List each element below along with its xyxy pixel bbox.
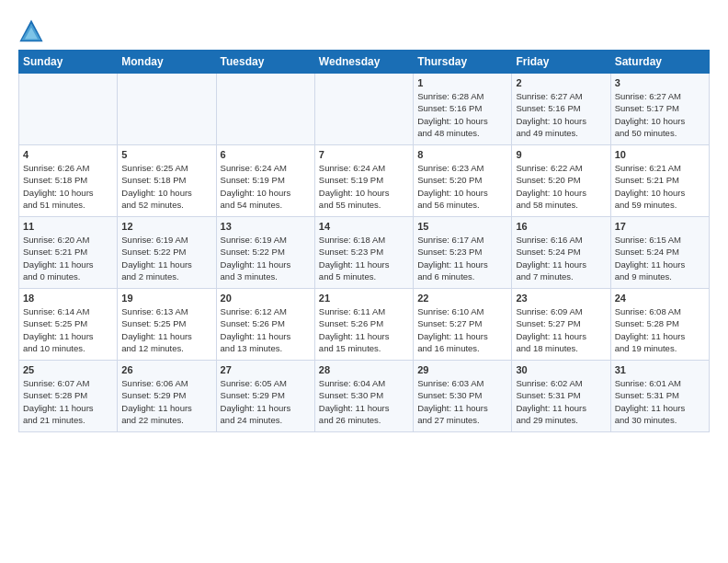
- day-cell: 23Sunrise: 6:09 AM Sunset: 5:27 PM Dayli…: [512, 289, 610, 361]
- day-number: 18: [23, 293, 113, 304]
- day-number: 4: [23, 149, 113, 160]
- day-cell: [216, 74, 314, 145]
- day-cell: 6Sunrise: 6:24 AM Sunset: 5:19 PM Daylig…: [216, 145, 314, 217]
- day-number: 7: [319, 149, 409, 160]
- day-number: 20: [221, 293, 311, 304]
- day-cell: [19, 74, 118, 145]
- day-info: Sunrise: 6:17 AM Sunset: 5:23 PM Dayligh…: [417, 234, 507, 282]
- day-cell: 27Sunrise: 6:05 AM Sunset: 5:29 PM Dayli…: [216, 361, 314, 432]
- week-row-3: 11Sunrise: 6:20 AM Sunset: 5:21 PM Dayli…: [19, 217, 710, 289]
- day-cell: 2Sunrise: 6:27 AM Sunset: 5:16 PM Daylig…: [512, 74, 610, 145]
- day-number: 12: [121, 221, 211, 232]
- week-row-1: 1Sunrise: 6:28 AM Sunset: 5:16 PM Daylig…: [19, 74, 710, 145]
- col-header-sunday: Sunday: [19, 51, 118, 74]
- col-header-saturday: Saturday: [610, 51, 709, 74]
- day-info: Sunrise: 6:06 AM Sunset: 5:29 PM Dayligh…: [121, 377, 211, 426]
- day-info: Sunrise: 6:13 AM Sunset: 5:25 PM Dayligh…: [121, 305, 211, 354]
- day-number: 10: [615, 149, 705, 160]
- day-cell: 25Sunrise: 6:07 AM Sunset: 5:28 PM Dayli…: [19, 361, 118, 432]
- day-info: Sunrise: 6:14 AM Sunset: 5:25 PM Dayligh…: [23, 305, 113, 354]
- logo: [18, 18, 48, 44]
- day-cell: 20Sunrise: 6:12 AM Sunset: 5:26 PM Dayli…: [216, 289, 314, 361]
- day-cell: 1Sunrise: 6:28 AM Sunset: 5:16 PM Daylig…: [414, 74, 512, 145]
- day-cell: 15Sunrise: 6:17 AM Sunset: 5:23 PM Dayli…: [414, 217, 512, 289]
- day-cell: 5Sunrise: 6:25 AM Sunset: 5:18 PM Daylig…: [118, 145, 216, 217]
- day-number: 27: [221, 364, 311, 375]
- logo-icon: [18, 18, 44, 44]
- day-number: 24: [615, 293, 705, 304]
- day-cell: [118, 74, 216, 145]
- day-cell: 3Sunrise: 6:27 AM Sunset: 5:17 PM Daylig…: [610, 74, 709, 145]
- day-number: 13: [221, 221, 311, 232]
- day-info: Sunrise: 6:04 AM Sunset: 5:30 PM Dayligh…: [319, 377, 409, 426]
- calendar-table: SundayMondayTuesdayWednesdayThursdayFrid…: [18, 50, 710, 432]
- day-cell: 8Sunrise: 6:23 AM Sunset: 5:20 PM Daylig…: [414, 145, 512, 217]
- day-number: 3: [615, 77, 705, 88]
- day-cell: 4Sunrise: 6:26 AM Sunset: 5:18 PM Daylig…: [19, 145, 118, 217]
- day-info: Sunrise: 6:22 AM Sunset: 5:20 PM Dayligh…: [516, 162, 606, 211]
- day-cell: 29Sunrise: 6:03 AM Sunset: 5:30 PM Dayli…: [414, 361, 512, 432]
- day-number: 5: [121, 149, 211, 160]
- calendar-header: SundayMondayTuesdayWednesdayThursdayFrid…: [19, 51, 710, 74]
- week-row-4: 18Sunrise: 6:14 AM Sunset: 5:25 PM Dayli…: [19, 289, 710, 361]
- day-number: 31: [615, 364, 705, 375]
- day-number: 25: [23, 364, 113, 375]
- day-cell: 14Sunrise: 6:18 AM Sunset: 5:23 PM Dayli…: [314, 217, 413, 289]
- day-info: Sunrise: 6:21 AM Sunset: 5:21 PM Dayligh…: [615, 162, 705, 211]
- day-info: Sunrise: 6:09 AM Sunset: 5:27 PM Dayligh…: [516, 305, 606, 354]
- page: SundayMondayTuesdayWednesdayThursdayFrid…: [0, 0, 728, 442]
- day-cell: 28Sunrise: 6:04 AM Sunset: 5:30 PM Dayli…: [314, 361, 413, 432]
- day-info: Sunrise: 6:02 AM Sunset: 5:31 PM Dayligh…: [516, 377, 606, 426]
- day-info: Sunrise: 6:08 AM Sunset: 5:28 PM Dayligh…: [615, 305, 705, 354]
- day-cell: 12Sunrise: 6:19 AM Sunset: 5:22 PM Dayli…: [118, 217, 216, 289]
- day-number: 28: [319, 364, 409, 375]
- day-cell: 31Sunrise: 6:01 AM Sunset: 5:31 PM Dayli…: [610, 361, 709, 432]
- col-header-friday: Friday: [512, 51, 610, 74]
- col-header-wednesday: Wednesday: [314, 51, 413, 74]
- day-cell: 17Sunrise: 6:15 AM Sunset: 5:24 PM Dayli…: [610, 217, 709, 289]
- day-cell: 18Sunrise: 6:14 AM Sunset: 5:25 PM Dayli…: [19, 289, 118, 361]
- day-info: Sunrise: 6:25 AM Sunset: 5:18 PM Dayligh…: [121, 162, 211, 211]
- day-cell: 11Sunrise: 6:20 AM Sunset: 5:21 PM Dayli…: [19, 217, 118, 289]
- day-number: 30: [516, 364, 606, 375]
- day-cell: 21Sunrise: 6:11 AM Sunset: 5:26 PM Dayli…: [314, 289, 413, 361]
- day-number: 11: [23, 221, 113, 232]
- day-info: Sunrise: 6:26 AM Sunset: 5:18 PM Dayligh…: [23, 162, 113, 211]
- day-number: 29: [417, 364, 507, 375]
- day-info: Sunrise: 6:23 AM Sunset: 5:20 PM Dayligh…: [417, 162, 507, 211]
- calendar-body: 1Sunrise: 6:28 AM Sunset: 5:16 PM Daylig…: [19, 74, 710, 432]
- day-number: 6: [221, 149, 311, 160]
- day-number: 17: [615, 221, 705, 232]
- day-info: Sunrise: 6:16 AM Sunset: 5:24 PM Dayligh…: [516, 234, 606, 282]
- day-info: Sunrise: 6:19 AM Sunset: 5:22 PM Dayligh…: [221, 234, 311, 282]
- day-number: 26: [121, 364, 211, 375]
- day-cell: 16Sunrise: 6:16 AM Sunset: 5:24 PM Dayli…: [512, 217, 610, 289]
- day-cell: 24Sunrise: 6:08 AM Sunset: 5:28 PM Dayli…: [610, 289, 709, 361]
- day-info: Sunrise: 6:01 AM Sunset: 5:31 PM Dayligh…: [615, 377, 705, 426]
- day-cell: 22Sunrise: 6:10 AM Sunset: 5:27 PM Dayli…: [414, 289, 512, 361]
- day-cell: 19Sunrise: 6:13 AM Sunset: 5:25 PM Dayli…: [118, 289, 216, 361]
- day-info: Sunrise: 6:05 AM Sunset: 5:29 PM Dayligh…: [221, 377, 311, 426]
- day-info: Sunrise: 6:27 AM Sunset: 5:16 PM Dayligh…: [516, 90, 606, 139]
- day-number: 19: [121, 293, 211, 304]
- day-number: 1: [417, 77, 507, 88]
- day-cell: 10Sunrise: 6:21 AM Sunset: 5:21 PM Dayli…: [610, 145, 709, 217]
- day-info: Sunrise: 6:07 AM Sunset: 5:28 PM Dayligh…: [23, 377, 113, 426]
- week-row-5: 25Sunrise: 6:07 AM Sunset: 5:28 PM Dayli…: [19, 361, 710, 432]
- day-cell: 26Sunrise: 6:06 AM Sunset: 5:29 PM Dayli…: [118, 361, 216, 432]
- day-number: 9: [516, 149, 606, 160]
- day-info: Sunrise: 6:11 AM Sunset: 5:26 PM Dayligh…: [319, 305, 409, 354]
- day-number: 8: [417, 149, 507, 160]
- day-info: Sunrise: 6:18 AM Sunset: 5:23 PM Dayligh…: [319, 234, 409, 282]
- header: [18, 15, 710, 44]
- day-cell: 9Sunrise: 6:22 AM Sunset: 5:20 PM Daylig…: [512, 145, 610, 217]
- col-header-tuesday: Tuesday: [216, 51, 314, 74]
- day-cell: 13Sunrise: 6:19 AM Sunset: 5:22 PM Dayli…: [216, 217, 314, 289]
- day-info: Sunrise: 6:24 AM Sunset: 5:19 PM Dayligh…: [221, 162, 311, 211]
- week-row-2: 4Sunrise: 6:26 AM Sunset: 5:18 PM Daylig…: [19, 145, 710, 217]
- day-number: 15: [417, 221, 507, 232]
- day-cell: 7Sunrise: 6:24 AM Sunset: 5:19 PM Daylig…: [314, 145, 413, 217]
- day-info: Sunrise: 6:27 AM Sunset: 5:17 PM Dayligh…: [615, 90, 705, 139]
- day-cell: [314, 74, 413, 145]
- day-info: Sunrise: 6:15 AM Sunset: 5:24 PM Dayligh…: [615, 234, 705, 282]
